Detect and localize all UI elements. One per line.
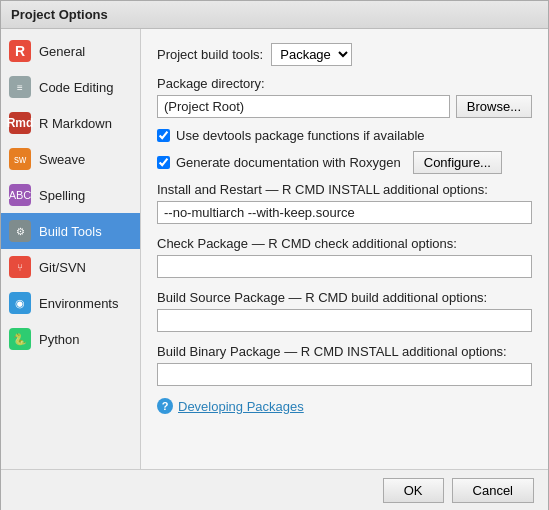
dialog-title: Project Options: [1, 1, 548, 29]
package-directory-input-row: Browse...: [157, 95, 532, 118]
build-source-group: Build Source Package — R CMD build addit…: [157, 290, 532, 332]
check-package-group: Check Package — R CMD check additional o…: [157, 236, 532, 278]
sidebar-item-label-r-markdown: R Markdown: [39, 116, 112, 131]
cancel-button[interactable]: Cancel: [452, 478, 534, 503]
project-build-tools-select[interactable]: Package None Makefile Website Custom: [271, 43, 352, 66]
sidebar-item-build-tools[interactable]: ⚙Build Tools: [1, 213, 140, 249]
build-tools-icon: ⚙: [9, 220, 31, 242]
devtools-checkbox[interactable]: [157, 129, 170, 142]
project-build-tools-row: Project build tools: Package None Makefi…: [157, 43, 532, 66]
sidebar-item-code-editing[interactable]: ≡Code Editing: [1, 69, 140, 105]
spelling-icon: ABC: [9, 184, 31, 206]
check-package-label: Check Package — R CMD check additional o…: [157, 236, 532, 251]
environments-icon: ◉: [9, 292, 31, 314]
build-source-input[interactable]: [157, 309, 532, 332]
help-icon: ?: [157, 398, 173, 414]
sidebar-item-label-git-svn: Git/SVN: [39, 260, 86, 275]
help-link-row: ? Developing Packages: [157, 398, 532, 414]
install-restart-label: Install and Restart — R CMD INSTALL addi…: [157, 182, 532, 197]
dialog-body: RGeneral≡Code EditingRmdR MarkdownswSwea…: [1, 29, 548, 469]
build-binary-input[interactable]: [157, 363, 532, 386]
sidebar-item-sweave[interactable]: swSweave: [1, 141, 140, 177]
dialog-footer: OK Cancel: [1, 469, 548, 510]
sidebar-item-environments[interactable]: ◉Environments: [1, 285, 140, 321]
sidebar-item-label-spelling: Spelling: [39, 188, 85, 203]
sidebar-item-label-python: Python: [39, 332, 79, 347]
sidebar-item-label-sweave: Sweave: [39, 152, 85, 167]
project-options-dialog: Project Options RGeneral≡Code EditingRmd…: [0, 0, 549, 510]
sidebar-item-general[interactable]: RGeneral: [1, 33, 140, 69]
ok-button[interactable]: OK: [383, 478, 444, 503]
main-content: Project build tools: Package None Makefi…: [141, 29, 548, 469]
developing-packages-link[interactable]: Developing Packages: [178, 399, 304, 414]
configure-button[interactable]: Configure...: [413, 151, 502, 174]
build-binary-group: Build Binary Package — R CMD INSTALL add…: [157, 344, 532, 386]
sidebar-item-python[interactable]: 🐍Python: [1, 321, 140, 357]
install-restart-group: Install and Restart — R CMD INSTALL addi…: [157, 182, 532, 224]
install-restart-input[interactable]: [157, 201, 532, 224]
sidebar-item-label-environments: Environments: [39, 296, 118, 311]
sidebar-item-label-build-tools: Build Tools: [39, 224, 102, 239]
code-editing-icon: ≡: [9, 76, 31, 98]
r-markdown-icon: Rmd: [9, 112, 31, 134]
roxygen-checkbox-row: Generate documentation with Roxygen Conf…: [157, 151, 532, 174]
general-icon: R: [9, 40, 31, 62]
roxygen-checkbox[interactable]: [157, 156, 170, 169]
check-package-input[interactable]: [157, 255, 532, 278]
sidebar-item-r-markdown[interactable]: RmdR Markdown: [1, 105, 140, 141]
sidebar-item-label-code-editing: Code Editing: [39, 80, 113, 95]
sidebar-item-git-svn[interactable]: ⑂Git/SVN: [1, 249, 140, 285]
python-icon: 🐍: [9, 328, 31, 350]
git-svn-icon: ⑂: [9, 256, 31, 278]
build-source-label: Build Source Package — R CMD build addit…: [157, 290, 532, 305]
devtools-checkbox-label: Use devtools package functions if availa…: [176, 128, 425, 143]
sidebar-item-label-general: General: [39, 44, 85, 59]
project-build-tools-label: Project build tools:: [157, 47, 263, 62]
package-directory-input[interactable]: [157, 95, 450, 118]
browse-button[interactable]: Browse...: [456, 95, 532, 118]
devtools-checkbox-row: Use devtools package functions if availa…: [157, 128, 532, 143]
sidebar-item-spelling[interactable]: ABCSpelling: [1, 177, 140, 213]
package-directory-label: Package directory:: [157, 76, 532, 91]
roxygen-checkbox-label: Generate documentation with Roxygen: [176, 155, 401, 170]
sweave-icon: sw: [9, 148, 31, 170]
package-directory-group: Package directory: Browse...: [157, 76, 532, 118]
build-binary-label: Build Binary Package — R CMD INSTALL add…: [157, 344, 532, 359]
sidebar: RGeneral≡Code EditingRmdR MarkdownswSwea…: [1, 29, 141, 469]
